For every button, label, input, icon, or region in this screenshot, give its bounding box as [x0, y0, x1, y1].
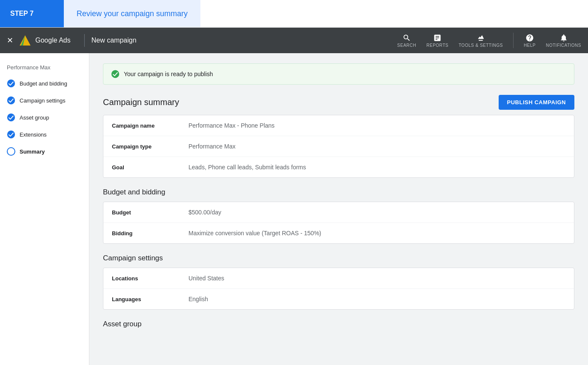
- campaign-type-value: Performance Max: [188, 143, 235, 150]
- asset-group-heading: Asset group: [103, 320, 574, 328]
- campaign-summary-heading: Campaign summary: [103, 97, 179, 107]
- campaign-summary-card: Campaign name Performance Max - Phone Pl…: [103, 115, 574, 178]
- svg-point-7: [7, 131, 15, 138]
- sidebar-item-performance-max[interactable]: Performance Max: [0, 60, 89, 75]
- campaign-settings-check-icon: [7, 96, 15, 105]
- svg-point-4: [7, 80, 15, 87]
- campaign-settings-heading: Campaign settings: [103, 254, 574, 262]
- campaign-type-row: Campaign type Performance Max: [103, 136, 574, 157]
- sidebar-item-budget-and-bidding[interactable]: Budget and bidding: [0, 75, 89, 92]
- budget-check-icon: [7, 79, 15, 88]
- svg-point-6: [7, 114, 15, 121]
- campaign-name-value: Performance Max - Phone Plans: [188, 122, 274, 129]
- languages-label: Languages: [112, 296, 188, 302]
- search-icon: [402, 34, 411, 42]
- step-label: STEP 7: [10, 10, 34, 17]
- locations-row: Locations United States: [103, 268, 574, 289]
- campaign-name-label: Campaign name: [112, 123, 188, 129]
- nav-vertical-divider: [513, 33, 514, 48]
- languages-value: English: [188, 296, 208, 302]
- ready-check-icon: [111, 70, 120, 78]
- google-ads-logo: Google Ads: [18, 34, 71, 47]
- ready-banner-text: Your campaign is ready to publish: [124, 71, 213, 77]
- tools-nav-label: TOOLS & SETTINGS: [459, 43, 503, 48]
- campaign-name-row: Campaign name Performance Max - Phone Pl…: [103, 115, 574, 136]
- step-banner: STEP 7 Review your campaign summary: [0, 0, 588, 28]
- google-ads-logo-icon: [18, 34, 32, 47]
- bidding-value: Maximize conversion value (Target ROAS -…: [188, 230, 321, 237]
- asset-group-check-icon: [7, 113, 15, 122]
- reports-icon: [433, 34, 442, 42]
- nav-divider: [84, 34, 85, 47]
- close-button[interactable]: ✕: [7, 36, 13, 45]
- goal-value: Leads, Phone call leads, Submit leads fo…: [188, 164, 306, 171]
- goal-row: Goal Leads, Phone call leads, Submit lea…: [103, 157, 574, 177]
- help-nav-item[interactable]: HELP: [524, 34, 536, 48]
- goal-label: Goal: [112, 164, 188, 171]
- help-nav-label: HELP: [524, 43, 536, 48]
- notifications-nav-item[interactable]: NOTIFICATIONS: [546, 34, 581, 48]
- tools-nav-item[interactable]: TOOLS & SETTINGS: [459, 34, 503, 48]
- notifications-nav-label: NOTIFICATIONS: [546, 43, 581, 48]
- locations-label: Locations: [112, 275, 188, 282]
- campaign-name: New campaign: [91, 37, 137, 44]
- help-icon: [525, 34, 534, 42]
- tools-settings-icon: [477, 34, 485, 42]
- content-area: Your campaign is ready to publish Campai…: [89, 53, 588, 365]
- languages-row: Languages English: [103, 289, 574, 309]
- step-title-text: Review your campaign summary: [77, 9, 188, 18]
- budget-bidding-heading: Budget and bidding: [103, 188, 574, 197]
- search-nav-label: SEARCH: [397, 43, 417, 48]
- top-nav: ✕ Google Ads New campaign SEARCH REPORTS…: [0, 28, 588, 53]
- notifications-icon: [559, 34, 568, 42]
- bidding-row: Bidding Maximize conversion value (Targe…: [103, 223, 574, 243]
- sidebar: Performance Max Budget and bidding Campa…: [0, 53, 89, 365]
- budget-row: Budget $500.00/day: [103, 202, 574, 223]
- sidebar-item-asset-group[interactable]: Asset group: [0, 109, 89, 126]
- locations-value: United States: [188, 275, 224, 282]
- search-nav-item[interactable]: SEARCH: [397, 34, 417, 48]
- svg-point-8: [111, 70, 119, 78]
- campaign-summary-heading-row: Campaign summary PUBLISH CAMPAIGN: [103, 95, 574, 110]
- ready-banner: Your campaign is ready to publish: [103, 63, 574, 85]
- budget-value: $500.00/day: [188, 209, 221, 216]
- reports-nav-item[interactable]: REPORTS: [426, 34, 448, 48]
- reports-nav-label: REPORTS: [426, 43, 448, 48]
- sidebar-item-extensions[interactable]: Extensions: [0, 126, 89, 143]
- campaign-settings-card: Locations United States Languages Englis…: [103, 268, 574, 310]
- extensions-check-icon: [7, 130, 15, 139]
- budget-label: Budget: [112, 209, 188, 216]
- svg-point-5: [7, 97, 15, 104]
- app-name: Google Ads: [35, 37, 71, 44]
- publish-campaign-button[interactable]: PUBLISH CAMPAIGN: [499, 95, 574, 110]
- summary-circle-icon: [7, 147, 15, 156]
- nav-right: SEARCH REPORTS TOOLS & SETTINGS HELP NOT…: [397, 33, 581, 48]
- campaign-type-label: Campaign type: [112, 143, 188, 150]
- step-title: Review your campaign summary: [64, 0, 200, 27]
- sidebar-item-summary[interactable]: Summary: [0, 143, 89, 160]
- main-layout: Performance Max Budget and bidding Campa…: [0, 53, 588, 365]
- bidding-label: Bidding: [112, 230, 188, 237]
- sidebar-item-campaign-settings[interactable]: Campaign settings: [0, 92, 89, 109]
- step-badge: STEP 7: [0, 0, 64, 27]
- svg-marker-1: [20, 35, 31, 46]
- budget-bidding-card: Budget $500.00/day Bidding Maximize conv…: [103, 202, 574, 244]
